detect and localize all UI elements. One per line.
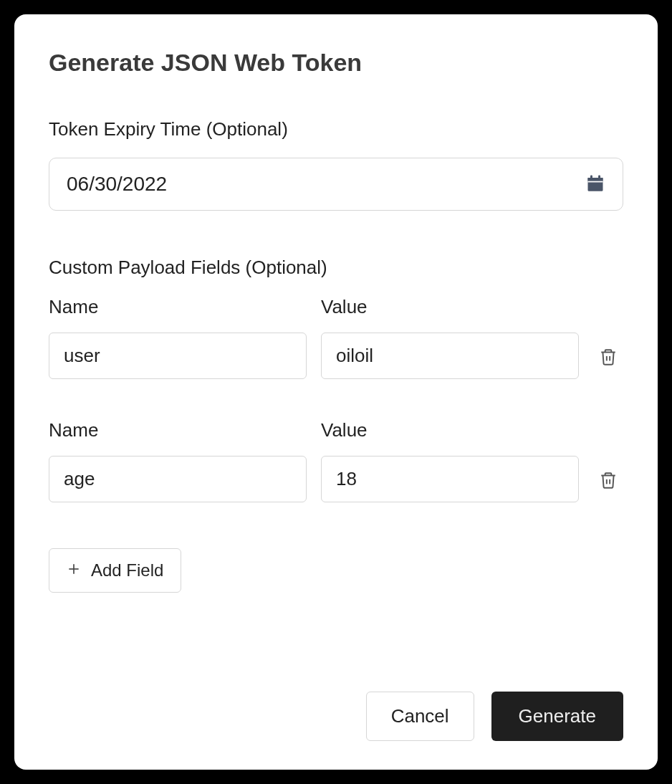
- generate-button[interactable]: Generate: [491, 692, 623, 741]
- calendar-icon: [585, 173, 605, 196]
- svg-rect-1: [588, 178, 603, 181]
- trash-icon: [599, 347, 618, 369]
- payload-name-input-1[interactable]: [49, 456, 307, 502]
- payload-field-row: Name Value: [49, 419, 623, 502]
- expiry-date-input[interactable]: [49, 158, 623, 211]
- add-field-button[interactable]: Add Field: [49, 548, 181, 593]
- payload-value-input-0[interactable]: [321, 333, 579, 379]
- svg-rect-3: [590, 176, 592, 180]
- payload-name-label: Name: [49, 296, 307, 318]
- payload-value-group: Value: [321, 296, 579, 379]
- jwt-modal: Generate JSON Web Token Token Expiry Tim…: [14, 14, 658, 770]
- cancel-button[interactable]: Cancel: [366, 692, 474, 741]
- svg-rect-4: [598, 176, 600, 180]
- add-field-label: Add Field: [91, 560, 163, 580]
- payload-name-label: Name: [49, 419, 307, 441]
- expiry-label: Token Expiry Time (Optional): [49, 118, 623, 140]
- modal-title: Generate JSON Web Token: [49, 49, 623, 77]
- expiry-date-value[interactable]: [67, 173, 585, 196]
- payload-name-group: Name: [49, 296, 307, 379]
- modal-footer: Cancel Generate: [49, 692, 623, 741]
- plus-icon: [67, 560, 81, 580]
- trash-icon: [599, 470, 618, 492]
- payload-value-label: Value: [321, 419, 579, 441]
- delete-field-button-0[interactable]: [593, 337, 623, 379]
- svg-rect-2: [588, 181, 603, 183]
- delete-field-button-1[interactable]: [593, 460, 623, 502]
- payload-value-label: Value: [321, 296, 579, 318]
- payload-label: Custom Payload Fields (Optional): [49, 257, 623, 279]
- payload-value-input-1[interactable]: [321, 456, 579, 502]
- payload-field-row: Name Value: [49, 296, 623, 379]
- payload-name-group: Name: [49, 419, 307, 502]
- payload-name-input-0[interactable]: [49, 333, 307, 379]
- payload-value-group: Value: [321, 419, 579, 502]
